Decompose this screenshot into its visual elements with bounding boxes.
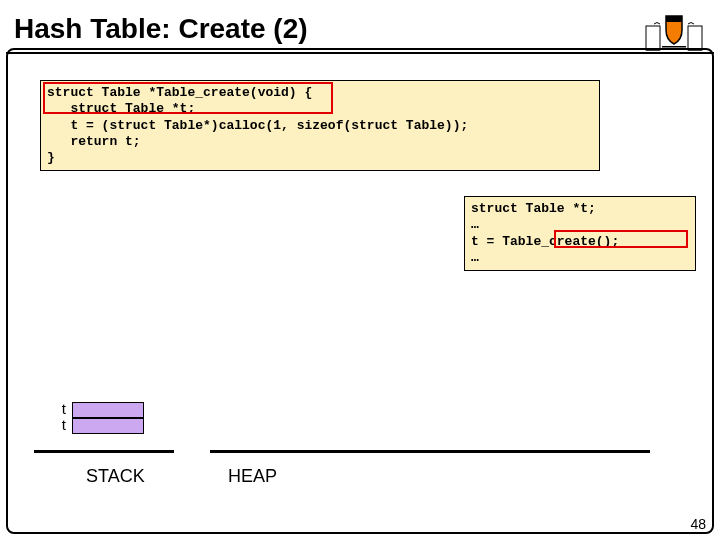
heap-label: HEAP: [228, 466, 277, 487]
stack-label-t-upper: t: [50, 400, 66, 417]
stack-cell-upper: [72, 402, 144, 418]
page-number: 48: [690, 516, 706, 532]
stack-ground-line: [34, 450, 174, 453]
stack-label-t-lower: t: [50, 416, 66, 433]
highlight-main-line1: [43, 82, 333, 114]
svg-rect-1: [688, 26, 702, 50]
highlight-client-call: [554, 230, 688, 248]
svg-rect-0: [646, 26, 660, 50]
stack-cell-lower: [72, 418, 144, 434]
stack-label: STACK: [86, 466, 145, 487]
heap-ground-line: [210, 450, 650, 453]
slide-title: Hash Table: Create (2): [14, 13, 308, 44]
